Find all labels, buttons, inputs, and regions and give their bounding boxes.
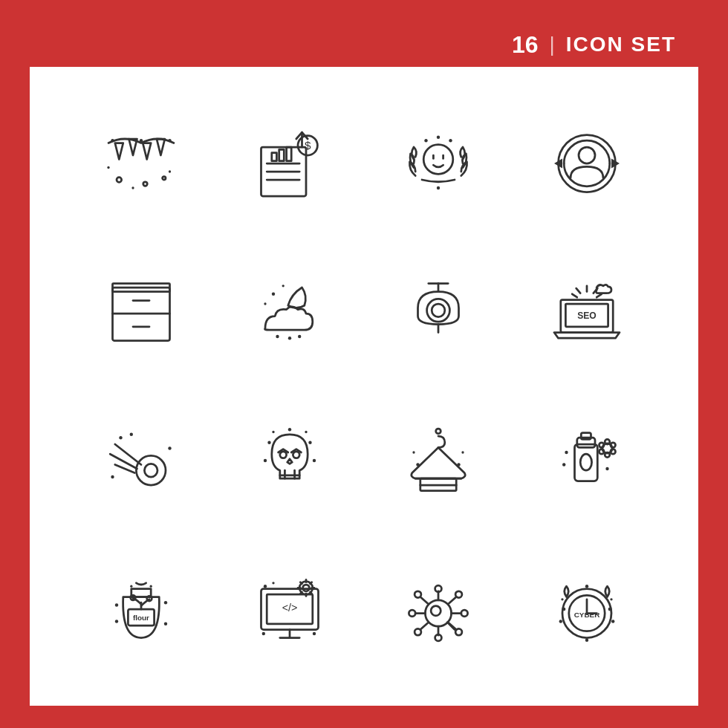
svg-point-26 [437,136,440,139]
svg-point-27 [424,139,427,142]
svg-point-157 [585,585,588,588]
svg-point-138 [461,610,468,617]
svg-point-41 [264,302,266,305]
svg-line-124 [311,592,312,594]
svg-point-96 [599,449,605,455]
icon-ai-network [371,542,505,676]
svg-marker-3 [157,139,165,155]
svg-line-135 [449,597,456,604]
svg-line-57 [572,294,577,297]
svg-point-95 [605,452,610,458]
header-bar: 16 | ICON SET [30,22,698,67]
svg-point-74 [264,459,267,462]
svg-text:$: $ [305,139,311,152]
svg-point-107 [164,601,167,604]
svg-point-39 [272,293,275,296]
svg-line-55 [576,288,581,293]
svg-point-7 [117,178,122,183]
svg-marker-2 [143,143,151,160]
svg-point-78 [305,431,307,433]
svg-point-84 [457,463,460,466]
svg-point-130 [262,632,265,635]
svg-point-40 [282,285,285,287]
icon-cabinet-drawer [74,245,208,379]
svg-point-129 [313,632,316,635]
svg-point-61 [136,455,166,485]
svg-point-90 [580,454,591,470]
icon-cosmetic-tube [520,394,654,527]
svg-point-11 [169,170,171,172]
svg-point-8 [143,182,148,186]
svg-point-86 [461,451,464,453]
svg-line-143 [420,623,428,630]
svg-marker-0 [115,143,123,160]
svg-line-58 [115,444,141,465]
main-container: 16 | ICON SET [30,22,698,706]
svg-point-142 [435,634,442,641]
icon-meteor-comet [74,394,208,527]
icon-security-camera [371,245,505,379]
icon-cyber-clock: CYBER [520,542,654,676]
svg-rect-89 [581,433,591,440]
svg-point-23 [423,145,453,175]
svg-point-44 [298,335,301,338]
svg-point-134 [435,585,442,592]
svg-line-125 [300,592,302,594]
svg-point-31 [579,147,595,163]
svg-point-140 [455,628,462,635]
svg-line-56 [597,294,602,297]
svg-point-66 [168,446,171,449]
svg-point-63 [119,436,122,439]
svg-text:CYBER: CYBER [574,611,600,619]
svg-point-72 [267,441,270,444]
icon-user-refresh [520,97,654,230]
svg-rect-19 [287,147,292,161]
svg-rect-87 [575,444,598,481]
svg-point-98 [565,451,568,454]
svg-point-136 [455,591,462,598]
svg-point-65 [111,475,114,478]
svg-point-9 [163,177,166,180]
icon-skull-evil [223,394,357,527]
svg-point-158 [585,639,588,642]
svg-point-45 [427,299,450,322]
svg-point-73 [308,441,311,444]
svg-point-94 [611,449,616,455]
svg-point-77 [272,431,274,433]
svg-point-85 [412,451,415,453]
svg-point-127 [264,585,267,588]
icon-hanger-clothes [371,394,505,527]
svg-point-12 [131,186,134,189]
svg-point-5 [140,139,143,142]
svg-point-93 [611,443,616,448]
svg-point-146 [409,610,415,617]
icon-night-cloud-moon [223,245,357,379]
svg-point-97 [599,443,605,448]
svg-point-83 [416,463,419,466]
svg-point-108 [115,620,118,623]
svg-point-75 [313,459,316,462]
svg-point-70 [280,452,287,458]
header-title: ICON SET [566,33,676,56]
svg-point-156 [608,608,611,611]
svg-point-62 [144,464,157,477]
svg-point-42 [276,335,279,338]
svg-marker-1 [129,139,137,155]
svg-point-4 [111,139,114,142]
icon-award-wreath [371,97,505,230]
svg-line-123 [300,582,302,584]
svg-point-76 [288,428,291,431]
svg-point-111 [150,585,152,588]
icon-flour-bag: flour [74,542,208,676]
svg-point-148 [415,591,421,598]
svg-line-126 [311,582,312,584]
svg-point-99 [562,463,565,466]
header-divider: | [549,33,554,56]
svg-point-10 [107,166,109,169]
svg-point-71 [293,452,299,458]
svg-point-43 [288,337,291,339]
svg-point-162 [610,598,612,600]
svg-text:flour: flour [133,614,149,622]
svg-point-160 [611,620,614,623]
svg-point-155 [562,608,565,611]
